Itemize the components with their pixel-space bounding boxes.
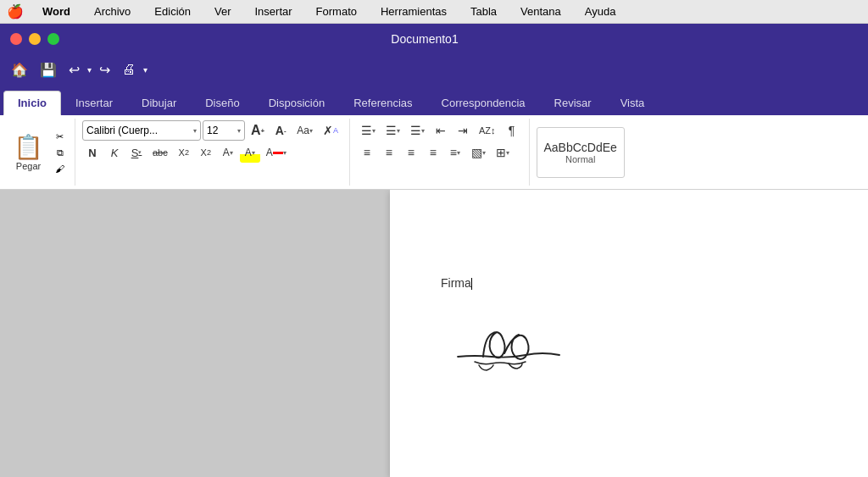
font-name-display: Calibri (Cuerp... — [86, 125, 193, 136]
italic-button[interactable]: K — [104, 142, 125, 163]
clear-format-button[interactable]: ✗A — [319, 120, 342, 141]
decrease-indent-button[interactable]: ⇤ — [431, 120, 451, 141]
tab-disposicion[interactable]: Disposición — [254, 91, 339, 115]
size-dropdown-arrow: ▾ — [237, 127, 241, 135]
paragraph-group: ☰▾ ☰▾ ☰▾ ⇤ ⇥ AZ↕ ¶ ≡ ≡ ≡ ≡ ≡▾ ▧▾ ⊞▾ — [353, 119, 530, 186]
font-name-selector[interactable]: Calibri (Cuerp... ▾ — [82, 120, 201, 141]
menu-ayuda[interactable]: Ayuda — [580, 3, 621, 19]
font-color-button[interactable]: A▾ — [218, 142, 238, 163]
text-cursor — [471, 278, 472, 290]
apple-menu[interactable]: 🍎 — [7, 3, 24, 19]
left-margin — [0, 190, 390, 477]
home-button[interactable]: 🏠 — [7, 58, 32, 81]
increase-font-button[interactable]: A+ — [247, 120, 269, 141]
close-button[interactable] — [10, 33, 22, 45]
change-case-button[interactable]: Aa▾ — [292, 120, 317, 141]
firma-section: Firma — [441, 275, 817, 380]
print-button[interactable]: 🖨 — [118, 58, 140, 80]
bullets-button[interactable]: ☰▾ — [357, 120, 380, 141]
line-spacing-button[interactable]: ≡▾ — [445, 142, 465, 163]
undo-button[interactable]: ↩ — [64, 58, 84, 81]
tab-referencias[interactable]: Referencias — [339, 91, 426, 115]
strikethrough-button[interactable]: abc — [148, 142, 172, 163]
styles-name: Normal — [565, 154, 595, 164]
copy-icon: ⧉ — [57, 147, 64, 158]
menu-ver[interactable]: Ver — [209, 3, 236, 19]
menu-ventana[interactable]: Ventana — [515, 3, 566, 19]
styles-panel[interactable]: AaBbCcDdEe Normal — [537, 127, 625, 178]
styles-group: AaBbCcDdEe Normal — [533, 119, 632, 186]
menu-insertar[interactable]: Insertar — [250, 3, 298, 19]
paste-sub-buttons: ✂ ⧉ 🖌 — [52, 130, 68, 175]
sort-button[interactable]: AZ↕ — [475, 120, 500, 141]
highlight-button[interactable]: A▾ — [240, 142, 260, 163]
document-title: Documento1 — [59, 32, 790, 46]
tab-inicio[interactable]: Inicio — [3, 91, 61, 115]
superscript-button[interactable]: X2 — [196, 142, 216, 163]
decrease-font-button[interactable]: A- — [270, 120, 291, 141]
menu-tabla[interactable]: Tabla — [465, 3, 502, 19]
cut-button[interactable]: ✂ — [52, 130, 68, 144]
font-size-selector[interactable]: 12 ▾ — [203, 120, 245, 141]
font-dropdown-arrow: ▾ — [193, 127, 197, 135]
para-row-1: ☰▾ ☰▾ ☰▾ ⇤ ⇥ AZ↕ ¶ — [357, 120, 522, 141]
tab-revisar[interactable]: Revisar — [540, 91, 606, 115]
multilevel-button[interactable]: ☰▾ — [406, 120, 429, 141]
shading-button[interactable]: ▧▾ — [467, 142, 490, 163]
underline-button[interactable]: S▾ — [126, 142, 147, 163]
font-row-1: Calibri (Cuerp... ▾ 12 ▾ A+ A- Aa▾ ✗A — [82, 120, 342, 141]
paste-label: Pegar — [16, 161, 41, 171]
cut-icon: ✂ — [56, 131, 64, 141]
numbered-button[interactable]: ☰▾ — [381, 120, 404, 141]
maximize-button[interactable] — [47, 33, 59, 45]
menu-edicion[interactable]: Edición — [149, 3, 196, 19]
firma-word: Firma — [441, 276, 471, 290]
increase-indent-button[interactable]: ⇥ — [453, 120, 473, 141]
paste-button[interactable]: 📋 Pegar — [8, 130, 48, 175]
paste-group: 📋 Pegar ✂ ⧉ 🖌 — [5, 119, 75, 186]
quick-access-toolbar: 🏠 💾 ↩ ▾ ↪ 🖨 ▾ — [0, 54, 868, 85]
save-button[interactable]: 💾 — [36, 58, 61, 81]
document-content: Firma — [441, 275, 817, 380]
tab-dibujar[interactable]: Dibujar — [127, 91, 191, 115]
menu-word[interactable]: Word — [37, 3, 75, 19]
font-group: Calibri (Cuerp... ▾ 12 ▾ A+ A- Aa▾ ✗A N … — [79, 119, 350, 186]
font-row-2: N K S▾ abc X2 X2 A▾ A▾ A▾ — [82, 142, 342, 163]
ribbon-toolbar: 📋 Pegar ✂ ⧉ 🖌 Calibri (Cuerp... ▾ 12 ▾ — [0, 115, 868, 190]
styles-preview: AaBbCcDdEe — [544, 141, 617, 154]
para-row-2: ≡ ≡ ≡ ≡ ≡▾ ▧▾ ⊞▾ — [357, 142, 522, 163]
tab-insertar[interactable]: Insertar — [61, 91, 127, 115]
format-painter-button[interactable]: 🖌 — [52, 162, 68, 175]
title-bar: Documento1 — [0, 24, 868, 54]
qat-more-arrow[interactable]: ▾ — [143, 65, 147, 75]
subscript-button[interactable]: X2 — [174, 142, 194, 163]
ribbon-tabs: Inicio Insertar Dibujar Diseño Disposici… — [0, 85, 868, 115]
menu-formato[interactable]: Formato — [311, 3, 362, 19]
menu-archivo[interactable]: Archivo — [89, 3, 136, 19]
redo-button[interactable]: ↪ — [95, 58, 114, 81]
signature-image — [441, 304, 576, 380]
justify-button[interactable]: ≡ — [423, 142, 443, 163]
show-marks-button[interactable]: ¶ — [502, 120, 522, 141]
mac-menubar: 🍎 Word Archivo Edición Ver Insertar Form… — [0, 0, 868, 24]
paste-icon: 📋 — [14, 133, 43, 161]
traffic-lights — [10, 33, 59, 45]
text-color-button[interactable]: A▾ — [262, 142, 291, 163]
copy-button[interactable]: ⧉ — [52, 146, 68, 160]
font-size-display: 12 — [207, 125, 237, 136]
undo-arrow[interactable]: ▾ — [87, 65, 92, 75]
tab-correspondencia[interactable]: Correspondencia — [427, 91, 540, 115]
document-page[interactable]: Firma — [390, 190, 868, 477]
borders-button[interactable]: ⊞▾ — [492, 142, 514, 163]
align-left-button[interactable]: ≡ — [357, 142, 377, 163]
format-painter-icon: 🖌 — [55, 164, 64, 174]
bold-button[interactable]: N — [82, 142, 103, 163]
document-area: Firma — [0, 190, 868, 477]
minimize-button[interactable] — [29, 33, 41, 45]
tab-diseno[interactable]: Diseño — [191, 91, 253, 115]
firma-text: Firma — [441, 275, 472, 292]
menu-herramientas[interactable]: Herramientas — [376, 3, 452, 19]
align-center-button[interactable]: ≡ — [379, 142, 399, 163]
tab-vista[interactable]: Vista — [606, 91, 659, 115]
align-right-button[interactable]: ≡ — [401, 142, 421, 163]
